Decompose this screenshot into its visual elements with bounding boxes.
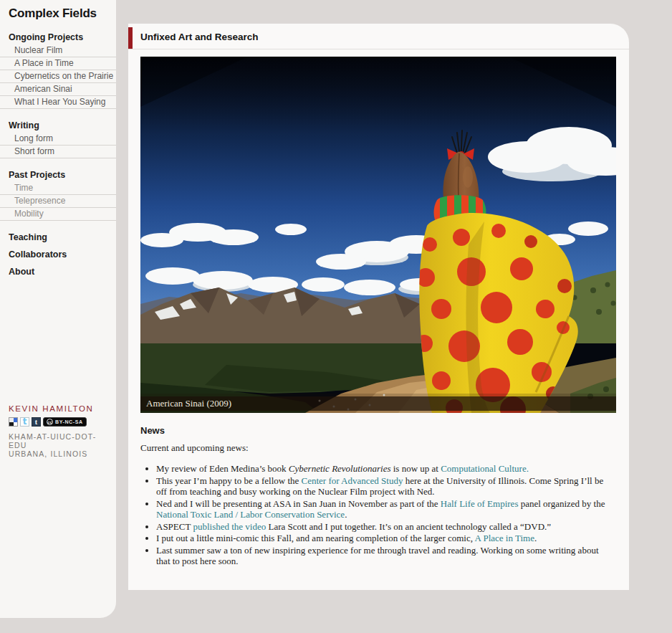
news-link-a-place-in-time[interactable]: A Place in Time [475, 533, 534, 543]
sidebar-section-past-projects: Past ProjectsTimeTelepresenceMobility [0, 170, 116, 221]
sidebar-nav: Ongoing ProjectsNuclear FilmA Place in T… [0, 32, 116, 277]
news-link-published-the-video[interactable]: published the video [193, 521, 266, 532]
sidebar-item-time[interactable]: Time [0, 182, 116, 195]
sidebar-item-what-i-hear-you-saying[interactable]: What I Hear You Saying [0, 96, 116, 109]
twitter-icon[interactable]: t [20, 417, 29, 427]
sidebar-item-short-form[interactable]: Short form [0, 146, 116, 158]
author-name: KEVIN HAMILTON [9, 404, 112, 413]
news-link-national-toxic-land-labor-conservation-service[interactable]: National Toxic Land / Labor Conservation… [156, 509, 345, 520]
news-text: is now up at [390, 463, 441, 474]
news-text: Lara Scott and I put together. It’s on a… [266, 521, 551, 532]
photo-illustration [140, 57, 616, 413]
cc-license-badge[interactable]: cc BY-NC-SA [43, 417, 87, 427]
news-item: ASPECT published the video Lara Scott an… [156, 521, 615, 533]
news-item: My review of Eden Medina’s book Cybernet… [156, 463, 615, 475]
news-text: ASPECT [156, 521, 193, 532]
page-title: Unfixed Art and Research [128, 24, 629, 50]
sidebar-heading-teaching[interactable]: Teaching [0, 232, 116, 242]
american-sinai-photo[interactable]: American Sinai (2009) [140, 57, 616, 413]
social-icon-row: t t cc BY-NC-SA [9, 417, 112, 427]
sidebar-item-cybernetics-on-the-prairie[interactable]: Cybernetics on the Prairie [0, 70, 116, 83]
sidebar-section-about: About [0, 267, 116, 277]
sidebar-item-nuclear-film[interactable]: Nuclear Film [0, 44, 116, 57]
news-item: I put out a little mini-comic this Fall,… [156, 533, 615, 544]
contact-email: KHAM-AT-UIUC-DOT-EDU [9, 432, 112, 449]
news-section: News Current and upcoming news: My revie… [128, 413, 629, 567]
tumblr-icon[interactable]: t [32, 417, 41, 427]
sidebar-item-long-form[interactable]: Long form [0, 133, 116, 146]
sidebar-item-american-sinai[interactable]: American Sinai [0, 83, 116, 96]
photo-caption: American Sinai (2009) [140, 396, 616, 411]
sidebar-heading-ongoing-projects: Ongoing Projects [0, 32, 116, 44]
main-content: Unfixed Art and Research [128, 24, 629, 590]
news-text: This year I’m happy to be a fellow the [156, 475, 302, 486]
news-link-center-for-advanced-study[interactable]: Center for Advanced Study [302, 475, 403, 486]
header-accent-bar [128, 27, 133, 49]
news-intro: Current and upcoming news: [140, 442, 615, 454]
news-text: . [534, 533, 537, 543]
news-list: My review of Eden Medina’s book Cybernet… [140, 463, 615, 567]
sidebar-section-teaching: Teaching [0, 232, 116, 242]
news-item: Ned and I will be presenting at ASA in S… [156, 498, 615, 520]
news-text: Last summer saw a ton of new inspiring e… [156, 545, 599, 567]
sidebar-heading-collaborators[interactable]: Collaborators [0, 249, 116, 260]
site-title[interactable]: Complex Fields [0, 0, 116, 21]
sidebar-item-telepresence[interactable]: Telepresence [0, 195, 116, 208]
news-text: . [345, 509, 347, 520]
sidebar-section-collaborators: Collaborators [0, 249, 116, 260]
cc-license-text: BY-NC-SA [55, 419, 83, 424]
page-header: Unfixed Art and Research [128, 24, 629, 49]
news-link-computational-culture[interactable]: Computational Culture. [441, 463, 529, 474]
contact-info: KHAM-AT-UIUC-DOT-EDU URBANA, ILLINOIS [9, 432, 112, 458]
news-heading: News [140, 425, 615, 436]
sidebar-section-writing: WritingLong formShort form [0, 120, 116, 158]
news-link-half-life-of-empires[interactable]: Half Life of Empires [441, 498, 519, 509]
sidebar-footer: KEVIN HAMILTON t t cc BY-NC-SA KHAM-AT-U… [9, 404, 112, 458]
news-text: Ned and I will be presenting at ASA in S… [156, 498, 441, 509]
sidebar-item-mobility[interactable]: Mobility [0, 208, 116, 221]
sidebar-item-a-place-in-time[interactable]: A Place in Time [0, 57, 116, 70]
cc-icon: cc [47, 419, 53, 425]
news-item: Last summer saw a ton of new inspiring e… [156, 545, 615, 567]
delicious-icon[interactable] [9, 417, 18, 427]
contact-location: URBANA, ILLINOIS [9, 449, 112, 458]
sidebar-section-ongoing-projects: Ongoing ProjectsNuclear FilmA Place in T… [0, 32, 116, 109]
news-item: This year I’m happy to be a fellow the C… [156, 475, 615, 498]
news-text: I put out a little mini-comic this Fall,… [156, 533, 475, 543]
sidebar: Complex Fields Ongoing ProjectsNuclear F… [0, 0, 116, 618]
news-text: My review of Eden Medina’s book [156, 463, 289, 474]
news-text: panel organized by the [518, 498, 605, 509]
book-title: Cybernetic Revolutionaries [289, 463, 391, 474]
sidebar-heading-writing: Writing [0, 120, 116, 133]
sidebar-heading-past-projects: Past Projects [0, 170, 116, 182]
sidebar-heading-about[interactable]: About [0, 267, 116, 277]
